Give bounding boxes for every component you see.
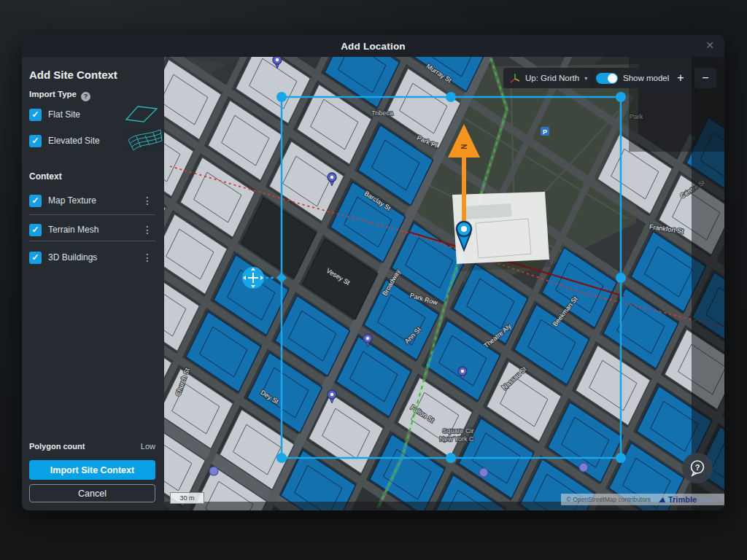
close-icon[interactable]: ✕ — [705, 39, 714, 51]
checkbox-checked-icon[interactable]: ✓ — [29, 135, 42, 147]
checkbox-checked-icon[interactable]: ✓ — [29, 224, 42, 236]
flat-site-option[interactable]: ✓ Flat Site — [29, 108, 155, 121]
svg-text:?: ? — [695, 463, 700, 472]
checkbox-checked-icon[interactable]: ✓ — [29, 109, 42, 121]
trimble-maps-logo[interactable]: TrimbleMaps — [658, 495, 719, 504]
selection-handle[interactable] — [446, 92, 456, 102]
parking-badge-icon: P — [541, 127, 549, 136]
flat-site-label: Flat Site — [48, 109, 80, 120]
map-texture-option[interactable]: ✓ Map Texture ⋮ — [29, 194, 155, 207]
site-context-panel: Add Site Context Import Type? ✓ Flat Sit… — [22, 57, 164, 510]
chevron-down-icon: ▾ — [584, 75, 587, 82]
selection-handle[interactable] — [616, 453, 626, 463]
street-label: Tribeca — [371, 109, 393, 117]
poi-dot-icon — [479, 468, 488, 477]
checkbox-checked-icon[interactable]: ✓ — [29, 195, 42, 207]
help-button[interactable]: ? — [682, 453, 713, 483]
elevated-site-label: Elevated Site — [48, 136, 100, 146]
street-label: Square Cir — [442, 427, 473, 435]
elevated-site-option[interactable]: ✓ Elevated Site — [29, 134, 155, 147]
zoom-out-button[interactable]: − — [694, 68, 716, 88]
import-site-context-button[interactable]: Import Site Context — [29, 460, 155, 480]
import-type-heading: Import Type? — [29, 90, 90, 101]
map-canvas[interactable]: Murray StBarclay StVesey StPark PlTribec… — [164, 57, 724, 510]
dialog-titlebar: Add Location ✕ — [22, 35, 724, 57]
3d-buildings-option[interactable]: ✓ 3D Buildings ⋮ — [29, 251, 155, 264]
street-label: New York C — [439, 435, 474, 443]
kebab-menu-icon[interactable]: ⋮ — [142, 252, 152, 263]
up-direction-dropdown[interactable]: Up: Grid North ▾ — [503, 68, 594, 88]
show-model-label: Show model — [623, 74, 669, 82]
poi-dot-icon — [209, 467, 218, 475]
map-scale-bar: 30 m — [170, 492, 204, 504]
polygon-count: Polygon count Low — [29, 442, 155, 451]
zoom-in-button[interactable]: + — [670, 68, 692, 88]
selection-handle[interactable] — [616, 92, 626, 102]
panel-title: Add Site Context — [29, 69, 117, 81]
axes-icon — [510, 73, 520, 83]
selection-handle[interactable] — [276, 92, 287, 102]
add-location-dialog: Add Site Context Import Type? ✓ Flat Sit… — [22, 35, 724, 510]
poi-dot-icon — [579, 463, 588, 472]
checkbox-checked-icon[interactable]: ✓ — [29, 252, 42, 264]
divider — [29, 214, 155, 215]
3d-buildings-label: 3D Buildings — [48, 252, 97, 262]
kebab-menu-icon[interactable]: ⋮ — [142, 224, 152, 236]
polygon-count-value: Low — [141, 442, 155, 451]
selection-handle[interactable] — [616, 273, 626, 283]
map-viewport[interactable]: Murray StBarclay StVesey StPark PlTribec… — [164, 57, 724, 510]
selection-handle[interactable] — [446, 453, 456, 463]
kebab-menu-icon[interactable]: ⋮ — [142, 195, 152, 206]
map-texture-label: Map Texture — [48, 195, 96, 206]
dialog-title: Add Location — [341, 41, 406, 52]
osm-attribution[interactable]: © OpenStreetMap contributors — [567, 496, 651, 503]
terrain-mesh-label: Terrain Mesh — [48, 225, 98, 235]
cancel-button[interactable]: Cancel — [29, 484, 155, 502]
context-heading: Context — [29, 171, 62, 182]
terrain-mesh-option[interactable]: ✓ Terrain Mesh ⋮ — [29, 223, 155, 236]
move-selection-handle[interactable] — [242, 267, 264, 289]
help-bubble-icon: ? — [686, 457, 708, 479]
show-model-control: Show model — [589, 68, 676, 88]
show-model-toggle[interactable] — [596, 73, 618, 84]
screen: Add Site Context Import Type? ✓ Flat Sit… — [0, 0, 747, 560]
svg-text:P: P — [543, 128, 547, 136]
divider — [29, 241, 155, 241]
toggle-knob — [608, 74, 617, 83]
map-attribution: © OpenStreetMap contributors TrimbleMaps — [561, 494, 724, 505]
selection-handle[interactable] — [276, 453, 287, 463]
trimble-logo-icon — [658, 496, 666, 504]
help-icon[interactable]: ? — [81, 92, 90, 101]
up-direction-label: Up: Grid North — [525, 74, 579, 82]
north-label: N — [460, 144, 468, 149]
